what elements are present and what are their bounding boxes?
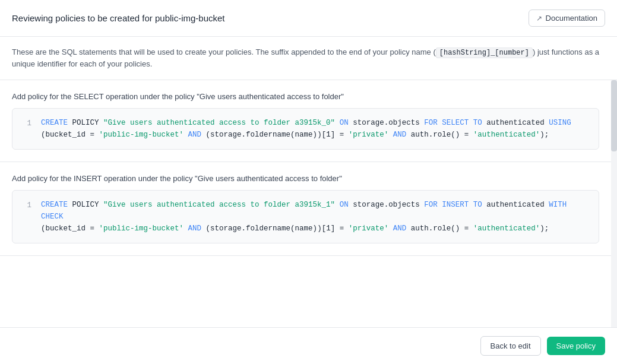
scrollbar-thumb[interactable] — [611, 80, 617, 151]
external-link-icon: ↗ — [536, 14, 542, 23]
line-number-2: 1 — [22, 199, 31, 211]
doc-button-label: Documentation — [546, 14, 597, 23]
main-content: Add policy for the SELECT operation unde… — [0, 80, 617, 328]
save-policy-button[interactable]: Save policy — [547, 337, 605, 355]
description-text: These are the SQL statements that will b… — [0, 37, 617, 80]
page-title: Reviewing policies to be created for pub… — [12, 13, 225, 23]
insert-policy-code-block: 1 CREATE POLICY "Give users authenticate… — [12, 190, 599, 243]
insert-code-line-1: 1 CREATE POLICY "Give users authenticate… — [22, 199, 589, 235]
insert-policy-section: Add policy for the INSERT operation unde… — [0, 162, 617, 256]
footer: Back to edit Save policy — [0, 327, 617, 364]
description-text-before: These are the SQL statements that will b… — [12, 48, 436, 56]
insert-code-content: CREATE POLICY "Give users authenticated … — [41, 199, 589, 235]
select-policy-title: Add policy for the SELECT operation unde… — [12, 92, 599, 101]
select-code-content: CREATE POLICY "Give users authenticated … — [41, 117, 589, 141]
select-code-line-1: 1 CREATE POLICY "Give users authenticate… — [22, 117, 589, 141]
line-number-1: 1 — [22, 117, 31, 129]
insert-policy-title: Add policy for the INSERT operation unde… — [12, 174, 599, 183]
hash-string-code: [hashString]_[number] — [436, 48, 533, 58]
scrollbar-track[interactable] — [611, 80, 617, 328]
documentation-button[interactable]: ↗ Documentation — [529, 10, 605, 27]
select-policy-section: Add policy for the SELECT operation unde… — [0, 80, 617, 162]
header: Reviewing policies to be created for pub… — [0, 0, 617, 37]
back-to-edit-button[interactable]: Back to edit — [480, 336, 541, 356]
select-policy-code-block: 1 CREATE POLICY "Give users authenticate… — [12, 108, 599, 150]
